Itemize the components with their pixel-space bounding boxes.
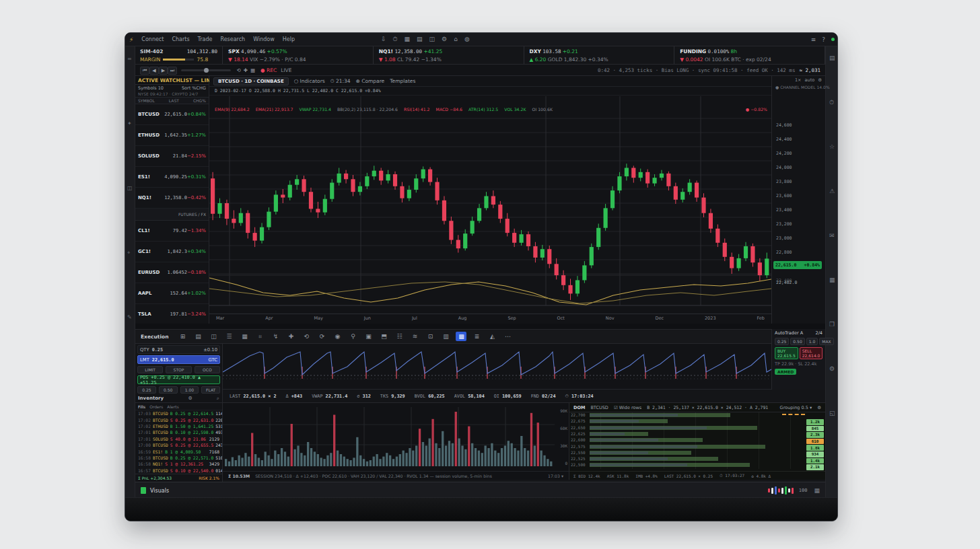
ladder-cell-4[interactable]: 1.8k [806, 445, 824, 451]
menubar-icon-3[interactable]: ▤ [417, 36, 423, 43]
ladder-cell-7[interactable]: 2.1k [806, 464, 824, 470]
fill-row-6[interactable]: 16:59ES1!B 1 @ 4,089.507168 [135, 448, 222, 454]
right-rail-icon-7[interactable]: ⚙ [829, 365, 835, 372]
fill-row-9[interactable]: 16:57BTCUSDS 0.10 @ 22,540.00143 [135, 468, 222, 474]
toolbar-icon-2[interactable]: ▦ [250, 67, 255, 73]
menu-item-connect[interactable]: Connect [137, 35, 168, 44]
menubar-right-icon-1[interactable]: ? [822, 36, 825, 43]
execution-icon-10[interactable]: ◉ [332, 332, 343, 341]
price-axis-control-0[interactable]: 1× [795, 77, 802, 83]
templates-button[interactable]: Templates [390, 78, 415, 84]
execution-icon-4[interactable]: ▦ [239, 332, 250, 341]
execution-icon-15[interactable]: ≋ [409, 332, 420, 341]
qty-row[interactable]: QTY0.25±0.10 [137, 345, 220, 354]
depth-row-4[interactable]: 22,600 [569, 437, 806, 443]
menubar-icon-1[interactable]: ⏱ [393, 36, 398, 43]
replay-nav-3[interactable]: ⏭ [168, 67, 177, 75]
execution-icon-19[interactable]: ≣ [471, 332, 482, 341]
ladder-cell-0[interactable]: 1.2k [806, 419, 824, 425]
depth-row-1[interactable]: 22,675 [569, 418, 806, 424]
execution-icon-8[interactable]: ⟲ [301, 332, 312, 341]
execution-icon-1[interactable]: ▤ [193, 332, 203, 341]
ladder-cell-6[interactable]: 1.4k [806, 458, 824, 464]
workspace-name[interactable]: Visuals [150, 488, 169, 494]
watchlist-row-BTCUSD[interactable]: BTCUSD22,615.0+0.84% [135, 104, 209, 125]
order-type-limit[interactable]: LIMIT [137, 366, 163, 373]
menu-item-trade[interactable]: Trade [194, 35, 217, 44]
execution-icon-5[interactable]: ⌗ [254, 332, 265, 341]
ladder-cell-1[interactable]: 845 [806, 426, 824, 432]
order-type-stop[interactable]: STOP [166, 366, 191, 373]
left-rail-icon-0[interactable]: ≡ [127, 56, 132, 62]
depth-heatmap[interactable]: 22,70022,67522,65022,62522,60022,57522,5… [569, 412, 806, 469]
fill-row-4[interactable]: 17:01SOLUSDS 40.0 @ 21.862129 [135, 436, 222, 442]
execution-icon-13[interactable]: ⬒ [378, 332, 389, 341]
size-chip-1.0[interactable]: 1.0 [806, 338, 818, 345]
volume-time-select[interactable]: 17:03 ▾ [548, 474, 563, 478]
layout-grid-icon[interactable]: ▦ [814, 487, 820, 494]
watchlist-row-SOLUSD[interactable]: SOLUSD21.84−2.15% [135, 146, 209, 167]
watchlist-row-ES1[interactable]: ES1!4,090.25+0.31% [135, 167, 209, 188]
buy-button[interactable]: BUY 22,615.5 [775, 347, 798, 359]
right-rail-icon-1[interactable]: ⏱ [829, 99, 834, 106]
replay-slider[interactable] [181, 69, 231, 71]
quick-size-flat[interactable]: FLAT [201, 386, 220, 394]
price-axis-control-1[interactable]: auto [805, 77, 815, 83]
size-chip-MAX[interactable]: MAX [819, 338, 833, 345]
candlestick-plot[interactable] [209, 96, 771, 313]
toolbar-icon-1[interactable]: ✚ [244, 67, 248, 73]
menubar-icon-0[interactable]: ⇩ [381, 36, 386, 43]
right-rail-icon-4[interactable]: ✉ [829, 232, 835, 239]
live-toggle[interactable]: LIVE [281, 67, 291, 73]
fill-row-2[interactable]: 17:02ETHUSDB 1.50 @ 1,641.255318 [135, 423, 222, 429]
order-type-oco[interactable]: OCO [195, 366, 220, 373]
watchlist-row-AAPL[interactable]: AAPL152.64+1.02% [135, 283, 209, 304]
replay-nav-1[interactable]: ◀ [149, 67, 158, 75]
right-rail-icon-0[interactable]: ▤ [829, 54, 835, 61]
quick-size-0.25[interactable]: 0.25 [137, 386, 156, 394]
right-rail-icon-5[interactable]: ▦ [829, 277, 835, 283]
indicators-button[interactable]: ○ Indicators [294, 78, 325, 84]
compare-button[interactable]: ⊕ Compare [356, 78, 385, 84]
execution-icon-18[interactable]: ▩ [456, 332, 466, 341]
execution-icon-14[interactable]: ☷ [394, 332, 405, 341]
size-chip-0.50[interactable]: 0.50 [790, 338, 804, 345]
watchlist-row-TSLA[interactable]: TSLA197.81−3.24% [135, 304, 209, 325]
depth-row-2[interactable]: 22,650 [569, 425, 806, 431]
execution-icon-16[interactable]: ⊡ [425, 332, 435, 341]
execution-icon-3[interactable]: ☰ [223, 332, 234, 341]
tradelog-tab-alerts[interactable]: Alerts [167, 404, 178, 409]
price-axis[interactable]: 1×auto⚙ ● CHANNEL MODEL 14.0% 24,60024,4… [771, 76, 825, 324]
dom-gear-icon[interactable]: ⚙ [817, 405, 821, 410]
menubar-icon-7[interactable]: ◍ [464, 36, 470, 43]
execution-icon-7[interactable]: ✚ [285, 332, 296, 341]
gear-icon[interactable]: ⚙ [188, 396, 192, 401]
watchlist-title[interactable]: ACTIVE WATCHLIST — LINKED A [135, 76, 209, 85]
menu-item-window[interactable]: Window [249, 35, 279, 44]
left-rail-icon-1[interactable]: ✦ [127, 120, 132, 126]
record-toggle[interactable]: ● REC [260, 67, 277, 73]
menubar-icon-5[interactable]: ⚙ [442, 36, 447, 43]
depth-row-3[interactable]: 22,625 [569, 431, 806, 437]
fill-row-1[interactable]: 17:02BTCUSDS 0.25 @ 22,631.02209 [135, 416, 222, 423]
watchlist-row-ETHUSD[interactable]: ETHUSD1,642.35+1.27% [135, 125, 209, 146]
execution-icon-17[interactable]: ▥ [440, 332, 451, 341]
watchlist-sort[interactable]: Sort %CHG [182, 85, 206, 91]
depth-row-8[interactable]: 22,500 [569, 462, 806, 468]
ladder-cell-2[interactable]: 2.3k [806, 432, 824, 438]
depth-row-5[interactable]: 22,575 [569, 444, 806, 449]
main-chart-panel[interactable]: BTCUSD · 1D · COINBASE ○ Indicators ⏱ 21… [209, 76, 771, 324]
symbol-tab[interactable]: BTCUSD · 1D · COINBASE [213, 77, 289, 85]
search-icon[interactable]: ⌕ [217, 396, 219, 401]
menu-item-help[interactable]: Help [279, 35, 299, 44]
toolbar-icon-0[interactable]: ⟲ [236, 67, 240, 73]
menubar-icon-4[interactable]: ◫ [429, 36, 435, 43]
right-rail-icon-2[interactable]: ☆ [829, 143, 835, 150]
execution-icon-11[interactable]: ⚲ [347, 332, 358, 341]
quick-size-1.00[interactable]: 1.00 [180, 386, 199, 394]
price-axis-control-2[interactable]: ⚙ [818, 77, 822, 83]
watchlist-row-CL1[interactable]: CL1!79.42−1.34% [135, 221, 209, 242]
execution-icon-0[interactable]: ⊞ [177, 332, 188, 341]
tradelog-tab-fills[interactable]: Fills [138, 404, 145, 409]
armed-toggle[interactable]: ARMED [775, 369, 796, 375]
